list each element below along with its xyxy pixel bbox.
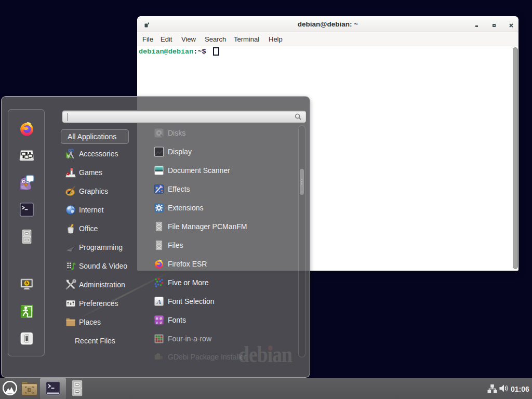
svg-text:A: A — [156, 298, 161, 305]
svg-text:a: a — [160, 320, 162, 325]
